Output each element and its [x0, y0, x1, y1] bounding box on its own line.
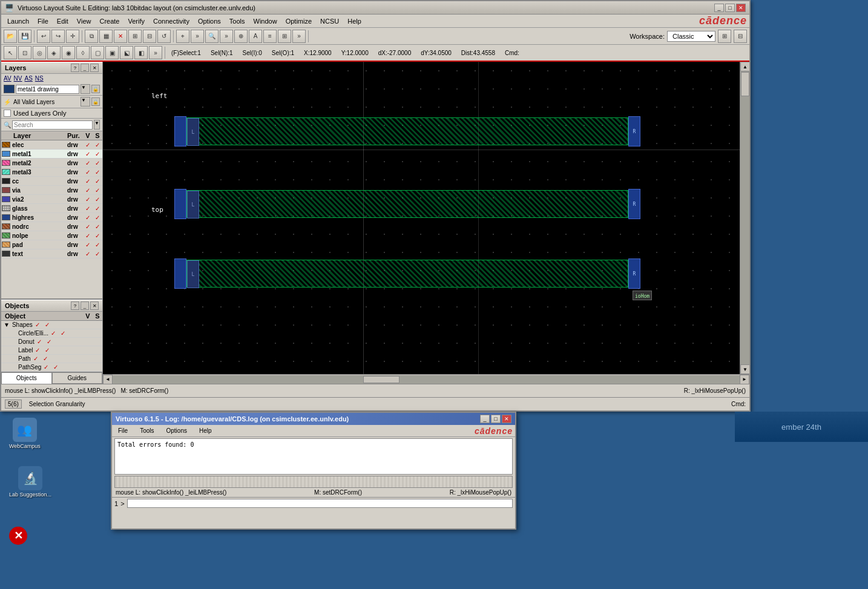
redo-button[interactable]: ↪: [51, 30, 65, 43]
layer-v-via2[interactable]: ✓: [83, 196, 93, 203]
objects-close-btn[interactable]: ✕: [90, 301, 99, 310]
layer-dropdown-btn[interactable]: ▼: [81, 84, 90, 94]
tool2-btn5[interactable]: ◊: [76, 46, 90, 59]
tool2-btn8[interactable]: ⬕: [120, 46, 133, 59]
menu-create[interactable]: Create: [96, 16, 123, 26]
layer-v-text[interactable]: ✓: [83, 251, 93, 257]
tool-btn-4[interactable]: ↺: [157, 30, 171, 43]
tool2-btn1[interactable]: ⊡: [18, 46, 31, 59]
shapes-v[interactable]: ✓: [33, 321, 42, 328]
tab-ns[interactable]: NS: [35, 75, 44, 82]
tool-btn-11[interactable]: ⊞: [278, 30, 291, 43]
layer-row-metal2[interactable]: metal2 drw ✓ ✓: [1, 159, 102, 168]
layer-v-glass[interactable]: ✓: [83, 205, 93, 212]
menu-connectivity[interactable]: Connectivity: [150, 16, 193, 26]
layers-min-btn[interactable]: _: [81, 64, 89, 72]
layer-lock-btn[interactable]: 🔒: [91, 85, 100, 93]
layer-v-metal2[interactable]: ✓: [83, 160, 93, 166]
undo-button[interactable]: ↩: [37, 30, 50, 43]
layer-s-metal1[interactable]: ✓: [93, 151, 102, 157]
layer-v-nodrc[interactable]: ✓: [83, 223, 93, 230]
tool-btn-9[interactable]: A: [249, 30, 262, 43]
menu-edit[interactable]: Edit: [53, 16, 72, 26]
webcampus-icon[interactable]: 👥 WebCampus: [9, 418, 41, 449]
layer-v-elec[interactable]: ✓: [83, 142, 93, 148]
obj-path-row[interactable]: Path ✓ ✓: [1, 355, 102, 363]
layer-row-via2[interactable]: via2 drw ✓ ✓: [1, 195, 102, 204]
tool-btn-3[interactable]: ⊟: [143, 30, 156, 43]
pathseg-v[interactable]: ✓: [41, 364, 51, 370]
menu-window[interactable]: Window: [250, 16, 281, 26]
log-menu-file[interactable]: File: [114, 426, 131, 435]
tool2-btn6[interactable]: ▢: [91, 46, 104, 59]
layer-s-via2[interactable]: ✓: [93, 196, 102, 203]
menu-help[interactable]: Help: [344, 16, 365, 26]
close-button[interactable]: ✕: [736, 4, 746, 12]
tool-btn-12[interactable]: »: [292, 30, 306, 43]
circle-s[interactable]: ✓: [58, 330, 68, 337]
log-menu-tools[interactable]: Tools: [136, 426, 157, 435]
label-s[interactable]: ✓: [42, 347, 52, 354]
search-dropdown[interactable]: ▼: [94, 120, 100, 130]
scroll-down-btn[interactable]: ▼: [740, 364, 750, 374]
path-s[interactable]: ✓: [41, 355, 50, 362]
layer-row-metal3[interactable]: metal3 drw ✓ ✓: [1, 168, 102, 177]
obj-label-row[interactable]: Label ✓ ✓: [1, 346, 102, 355]
menu-view[interactable]: View: [73, 16, 95, 26]
scroll-right-btn[interactable]: ►: [740, 375, 749, 384]
valid-layers-lock-btn[interactable]: 🔒: [91, 97, 100, 106]
layer-v-nolpe[interactable]: ✓: [83, 232, 93, 239]
log-close-btn[interactable]: ✕: [502, 415, 511, 423]
layer-s-text[interactable]: ✓: [93, 251, 102, 257]
h-scroll-track[interactable]: [113, 375, 740, 384]
pathseg-s[interactable]: ✓: [51, 364, 61, 370]
label-v[interactable]: ✓: [33, 347, 42, 354]
layer-s-glass[interactable]: ✓: [93, 205, 102, 212]
layer-s-elec[interactable]: ✓: [93, 142, 102, 148]
objects-min-btn[interactable]: _: [81, 301, 89, 310]
tab-objects[interactable]: Objects: [1, 372, 52, 384]
layer-s-metal3[interactable]: ✓: [93, 169, 102, 176]
layer-row-elec[interactable]: elec drw ✓ ✓: [1, 140, 102, 150]
layers-close-btn[interactable]: ✕: [90, 64, 99, 72]
circle-v[interactable]: ✓: [48, 330, 58, 337]
log-min-btn[interactable]: _: [480, 415, 490, 423]
select-btn[interactable]: ↖: [4, 46, 17, 59]
copy-button[interactable]: ⧉: [85, 30, 98, 43]
log-menu-help[interactable]: Help: [196, 426, 215, 435]
menu-file[interactable]: File: [34, 16, 52, 26]
open-button[interactable]: 📂: [4, 30, 17, 43]
layer-row-text[interactable]: text drw ✓ ✓: [1, 249, 102, 258]
layer-s-pad[interactable]: ✓: [93, 242, 102, 248]
layer-row-glass[interactable]: glass drw ✓ ✓: [1, 204, 102, 213]
error-icon[interactable]: ✕: [9, 527, 27, 545]
scroll-up-btn[interactable]: ▲: [740, 62, 750, 71]
layer-v-cc[interactable]: ✓: [83, 178, 93, 185]
bottom-scrollbar[interactable]: ◄ ►: [103, 374, 749, 384]
layer-s-nolpe[interactable]: ✓: [93, 232, 102, 239]
tool2-btn7[interactable]: ▣: [105, 46, 119, 59]
layer-v-metal1[interactable]: ✓: [83, 151, 93, 157]
right-scrollbar[interactable]: ▲ ▼: [740, 62, 749, 374]
layer-s-nodrc[interactable]: ✓: [93, 223, 102, 230]
layer-v-pad[interactable]: ✓: [83, 242, 93, 248]
current-layer-name[interactable]: metal1 drawing: [16, 85, 79, 94]
tool2-btn4[interactable]: ◉: [62, 46, 75, 59]
tool-btn-10[interactable]: ≡: [263, 30, 277, 43]
minimize-button[interactable]: _: [714, 4, 724, 12]
layer-row-pad[interactable]: pad drw ✓ ✓: [1, 240, 102, 249]
save-button[interactable]: 💾: [18, 30, 31, 43]
layer-v-highres[interactable]: ✓: [83, 214, 93, 221]
donut-s[interactable]: ✓: [44, 338, 54, 345]
scroll-thumb-right[interactable]: [741, 72, 749, 96]
tab-as[interactable]: AS: [25, 75, 33, 82]
tool2-btn3[interactable]: ◈: [47, 46, 61, 59]
obj-shapes-group[interactable]: ▼ Shapes ✓ ✓: [1, 321, 102, 329]
zoom-in-button[interactable]: 🔍: [205, 30, 219, 43]
scroll-left-btn[interactable]: ◄: [103, 375, 113, 384]
path-v[interactable]: ✓: [31, 355, 41, 362]
layer-row-nolpe[interactable]: nolpe drw ✓ ✓: [1, 231, 102, 240]
menu-options[interactable]: Options: [194, 16, 225, 26]
objects-help-btn[interactable]: ?: [71, 301, 79, 310]
layer-row-via[interactable]: via drw ✓ ✓: [1, 186, 102, 195]
